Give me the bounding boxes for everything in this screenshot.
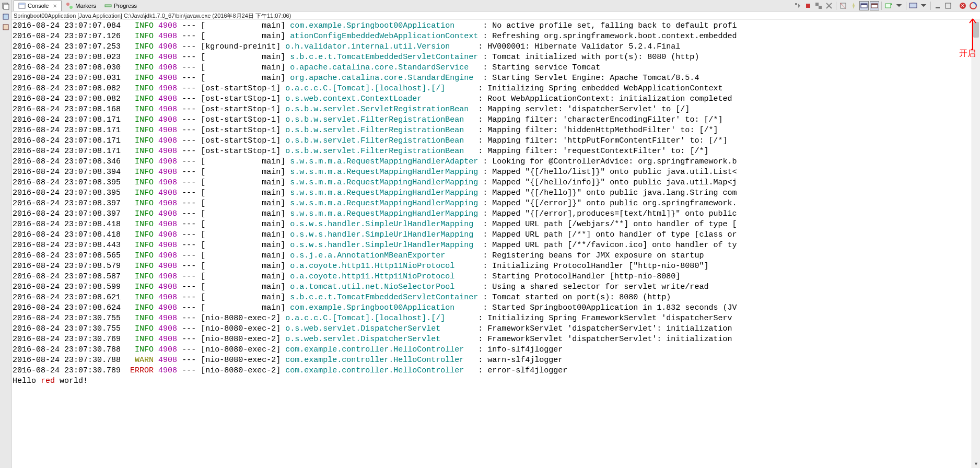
terminate-all-icon[interactable] xyxy=(814,1,823,10)
log-line: 2016-08-24 23:07:08.565 INFO 4908 --- [ … xyxy=(13,251,979,261)
log-line: 2016-08-24 23:07:08.171 INFO 4908 --- [o… xyxy=(13,115,979,125)
log-line: 2016-08-24 23:07:08.418 INFO 4908 --- [ … xyxy=(13,230,979,240)
log-line: 2016-08-24 23:07:08.587 INFO 4908 --- [ … xyxy=(13,272,979,282)
log-line: 2016-08-24 23:07:07.126 INFO 4908 --- [ … xyxy=(13,31,979,42)
log-line: 2016-08-24 23:07:08.082 INFO 4908 --- [o… xyxy=(13,94,979,104)
separator xyxy=(930,2,931,10)
left-gutter xyxy=(0,0,11,468)
svg-rect-5 xyxy=(19,3,25,5)
log-line: 2016-08-24 23:07:08.171 INFO 4908 --- [o… xyxy=(13,146,979,157)
log-line: 2016-08-24 23:07:30.755 INFO 4908 --- [n… xyxy=(13,313,979,324)
log-line: 2016-08-24 23:07:08.395 INFO 4908 --- [ … xyxy=(13,178,979,188)
svg-rect-8 xyxy=(105,5,111,7)
open-console-dropdown-icon[interactable] xyxy=(894,1,904,10)
console-icon xyxy=(18,2,26,9)
log-line: 2016-08-24 23:07:30.788 WARN 4908 --- [n… xyxy=(13,355,979,366)
log-line: 2016-08-24 23:07:08.030 INFO 4908 --- [ … xyxy=(13,63,979,73)
tab-progress[interactable]: Progress xyxy=(100,1,141,11)
log-line: 2016-08-24 23:07:08.082 INFO 4908 --- [o… xyxy=(13,84,979,94)
log-line: 2016-08-24 23:07:08.023 INFO 4908 --- [ … xyxy=(13,52,979,63)
console-output[interactable]: 2016-08-24 23:07:07.084 INFO 4908 --- [ … xyxy=(11,20,980,468)
tab-label: Progress xyxy=(114,3,137,9)
svg-rect-20 xyxy=(936,7,940,8)
log-line: 2016-08-24 23:07:30.789 ERROR 4908 --- [… xyxy=(13,366,979,376)
svg-rect-18 xyxy=(885,4,891,8)
log-line: 2016-08-24 23:07:08.579 INFO 4908 --- [ … xyxy=(13,261,979,272)
open-console-icon[interactable] xyxy=(884,1,893,10)
tab-console[interactable]: Console ✕ xyxy=(14,1,62,11)
log-line: 2016-08-24 23:07:08.395 INFO 4908 --- [ … xyxy=(13,188,979,198)
svg-rect-10 xyxy=(806,4,810,8)
pin-console-icon[interactable] xyxy=(849,1,858,10)
log-line: 2016-08-24 23:07:08.443 INFO 4908 --- [ … xyxy=(13,240,979,251)
minimize-icon[interactable] xyxy=(933,1,942,10)
separator xyxy=(881,2,882,10)
log-line: 2016-08-24 23:07:30.788 INFO 4908 --- [n… xyxy=(13,345,979,355)
log-line: 2016-08-24 23:07:08.346 INFO 4908 --- [ … xyxy=(13,157,979,167)
log-line: 2016-08-24 23:07:08.397 INFO 4908 --- [ … xyxy=(13,209,979,219)
display-console-icon[interactable] xyxy=(908,1,918,10)
gutter-icon-3[interactable] xyxy=(2,23,10,31)
log-line: 2016-08-24 23:07:30.755 INFO 4908 --- [n… xyxy=(13,324,979,334)
display-console-dropdown-icon[interactable] xyxy=(919,1,928,10)
log-line: 2016-08-24 23:07:08.171 INFO 4908 --- [o… xyxy=(13,136,979,146)
log-line: 2016-08-24 23:07:08.418 INFO 4908 --- [ … xyxy=(13,219,979,230)
log-line: 2016-08-24 23:07:08.168 INFO 4908 --- [o… xyxy=(13,104,979,115)
separator xyxy=(836,2,836,10)
markers-icon xyxy=(66,2,73,9)
svg-rect-21 xyxy=(946,3,951,8)
tab-close-icon[interactable]: ✕ xyxy=(53,3,57,9)
svg-rect-1 xyxy=(4,4,9,9)
maximize-icon[interactable] xyxy=(943,1,953,10)
terminate-icon[interactable] xyxy=(803,1,813,10)
log-line-final: Hello red world! xyxy=(13,376,979,387)
svg-point-6 xyxy=(66,3,69,6)
svg-rect-9 xyxy=(795,3,797,5)
tab-label: Console xyxy=(28,3,49,9)
scroll-down-icon[interactable]: ▼ xyxy=(972,460,980,468)
log-line: 2016-08-24 23:07:07.253 INFO 4908 --- [k… xyxy=(13,42,979,52)
svg-rect-3 xyxy=(3,25,8,30)
remove-launch-icon[interactable] xyxy=(824,1,834,10)
svg-rect-15 xyxy=(861,4,867,5)
svg-rect-17 xyxy=(871,4,878,5)
log-line: 2016-08-24 23:07:08.397 INFO 4908 --- [ … xyxy=(13,198,979,209)
console-toolbar: ✕ xyxy=(793,1,978,10)
log-line: 2016-08-24 23:07:08.624 INFO 4908 --- [ … xyxy=(13,303,979,313)
svg-rect-11 xyxy=(815,3,819,6)
vertical-scrollbar[interactable]: ▲ ▼ xyxy=(972,20,980,468)
log-line: 2016-08-24 23:07:08.621 INFO 4908 --- [ … xyxy=(13,292,979,303)
restore-icon[interactable] xyxy=(2,2,10,10)
svg-text:✕: ✕ xyxy=(961,3,965,8)
svg-point-7 xyxy=(69,6,73,9)
ext-icon-2[interactable] xyxy=(969,1,978,10)
log-line: 2016-08-24 23:07:08.171 INFO 4908 --- [o… xyxy=(13,125,979,136)
clear-console-icon[interactable] xyxy=(838,1,848,10)
tabbar: Console ✕ Markers Progress xyxy=(11,0,980,11)
log-line: 2016-08-24 23:07:07.084 INFO 4908 --- [ … xyxy=(13,21,979,31)
log-line: 2016-08-24 23:07:08.031 INFO 4908 --- [ … xyxy=(13,73,979,84)
svg-rect-12 xyxy=(819,6,822,9)
show-on-stdout-icon[interactable] xyxy=(859,1,869,10)
terminate-relaunch-icon[interactable] xyxy=(793,1,802,10)
svg-rect-2 xyxy=(3,14,8,19)
log-line: 2016-08-24 23:07:30.769 INFO 4908 --- [n… xyxy=(13,334,979,345)
gutter-icon-2[interactable] xyxy=(2,13,10,21)
log-line: 2016-08-24 23:07:08.599 INFO 4908 --- [ … xyxy=(13,282,979,292)
ext-icon-1[interactable]: ✕ xyxy=(958,1,967,10)
tab-label: Markers xyxy=(75,3,96,9)
scrollbar-thumb[interactable] xyxy=(973,22,979,38)
svg-rect-19 xyxy=(909,3,917,8)
tab-markers[interactable]: Markers xyxy=(62,1,100,11)
log-line: 2016-08-24 23:07:08.394 INFO 4908 --- [ … xyxy=(13,167,979,178)
progress-icon xyxy=(104,2,112,9)
separator xyxy=(906,2,906,10)
launch-title: Springboot00Application [Java Applicatio… xyxy=(11,11,980,20)
show-on-stderr-icon[interactable] xyxy=(870,1,879,10)
